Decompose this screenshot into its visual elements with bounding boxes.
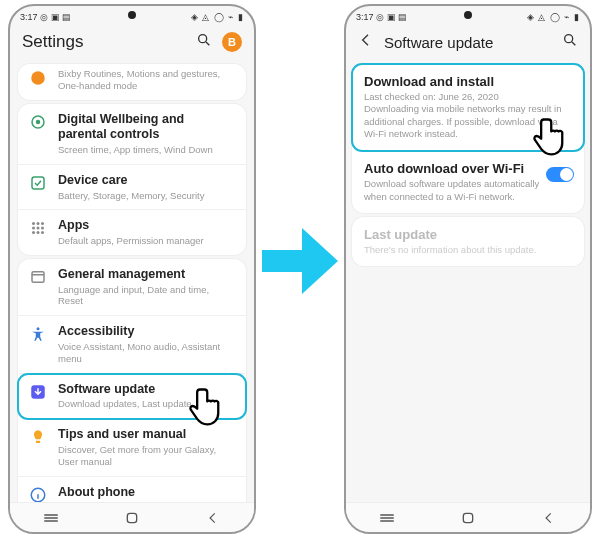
settings-row-general[interactable]: General management Language and input, D…	[18, 259, 246, 316]
auto-download-wifi-row[interactable]: Auto download over Wi-Fi Download softwa…	[352, 151, 584, 213]
settings-header: Settings B	[10, 28, 254, 60]
nav-recent-icon[interactable]	[378, 511, 396, 525]
row-title: Accessibility	[58, 324, 236, 340]
row-title: Digital Wellbeing and parental controls	[58, 112, 236, 143]
settings-row-tips[interactable]: Tips and user manual Discover, Get more …	[18, 419, 246, 476]
profile-avatar[interactable]: B	[222, 32, 242, 52]
row-subtitle: Default apps, Permission manager	[58, 235, 236, 247]
nav-bar	[346, 502, 590, 532]
svg-point-7	[37, 222, 40, 225]
svg-point-0	[199, 35, 207, 43]
download-install-row[interactable]: Download and install Last checked on: Ju…	[352, 64, 584, 151]
svg-rect-15	[32, 272, 44, 283]
svg-point-12	[32, 231, 35, 234]
svg-point-17	[37, 328, 40, 331]
svg-rect-19	[36, 441, 41, 443]
row-subtitle: Language and input, Date and time, Reset	[58, 284, 236, 308]
nav-bar	[10, 502, 254, 532]
svg-line-1	[206, 42, 209, 45]
nav-home-icon[interactable]	[123, 511, 141, 525]
settings-list: Bixby Routines, Motions and gestures, On…	[10, 64, 254, 521]
camera-cutout	[128, 11, 136, 19]
settings-row-wellbeing[interactable]: Digital Wellbeing and parental controls …	[18, 104, 246, 165]
status-time: 3:17	[20, 12, 38, 22]
search-icon[interactable]	[196, 32, 212, 52]
bixby-icon	[29, 69, 47, 91]
svg-point-6	[32, 222, 35, 225]
row-title: Device care	[58, 173, 236, 189]
svg-point-27	[565, 35, 573, 43]
tips-icon	[29, 428, 47, 450]
nav-back-icon[interactable]	[204, 511, 222, 525]
row-subtitle: Battery, Storage, Memory, Security	[58, 190, 236, 202]
row-subtitle: Download updates, Last update	[58, 398, 236, 410]
svg-point-2	[31, 71, 45, 85]
status-right-icons: ◈ ◬ ◯ ⌁ ▮	[191, 12, 244, 22]
row-subtitle: Last checked on: June 26, 2020 Downloadi…	[364, 91, 572, 140]
back-icon[interactable]	[358, 32, 374, 52]
status-left-icons: ◎ ▣ ▤	[40, 12, 71, 22]
transition-arrow-icon	[262, 228, 338, 294]
row-title: About phone	[58, 485, 236, 501]
row-title: General management	[58, 267, 236, 283]
status-right-icons: ◈ ◬ ◯ ⌁ ▮	[527, 12, 580, 22]
svg-point-13	[37, 231, 40, 234]
search-icon[interactable]	[562, 32, 578, 52]
device-care-icon	[29, 174, 47, 196]
row-title: Last update	[364, 227, 572, 242]
row-subtitle: Voice Assistant, Mono audio, Assistant m…	[58, 341, 236, 365]
svg-rect-26	[127, 513, 136, 522]
settings-row-devicecare[interactable]: Device care Battery, Storage, Memory, Se…	[18, 165, 246, 211]
svg-line-28	[572, 42, 575, 45]
svg-point-11	[41, 227, 44, 230]
status-left-icons: ◎ ▣ ▤	[376, 12, 407, 22]
apps-icon	[29, 219, 47, 241]
svg-point-4	[36, 120, 41, 125]
svg-point-14	[41, 231, 44, 234]
nav-home-icon[interactable]	[459, 511, 477, 525]
svg-point-10	[37, 227, 40, 230]
row-title: Download and install	[364, 74, 572, 89]
right-phone-frame: 3:17 ◎ ▣ ▤ ◈ ◬ ◯ ⌁ ▮ Software update Dow…	[344, 4, 592, 534]
row-subtitle: Screen time, App timers, Wind Down	[58, 144, 236, 156]
left-phone-frame: 3:17 ◎ ▣ ▤ ◈ ◬ ◯ ⌁ ▮ Settings B Bixby Ro…	[8, 4, 256, 534]
nav-back-icon[interactable]	[540, 511, 558, 525]
row-title: Tips and user manual	[58, 427, 236, 443]
settings-row-accessibility[interactable]: Accessibility Voice Assistant, Mono audi…	[18, 316, 246, 373]
software-update-header: Software update	[346, 28, 590, 60]
settings-row-apps[interactable]: Apps Default apps, Permission manager	[18, 210, 246, 255]
wifi-toggle[interactable]	[546, 167, 574, 182]
last-update-row: Last update There's no information about…	[352, 217, 584, 266]
page-title: Software update	[384, 34, 493, 51]
page-title: Settings	[22, 32, 83, 52]
row-title: Apps	[58, 218, 236, 234]
settings-row-bixby[interactable]: Bixby Routines, Motions and gestures, On…	[18, 64, 246, 100]
status-time: 3:17	[356, 12, 374, 22]
settings-row-software-update[interactable]: Software update Download updates, Last u…	[18, 374, 246, 420]
general-icon	[29, 268, 47, 290]
row-subtitle: Download software updates automatically …	[364, 178, 572, 203]
row-title: Software update	[58, 382, 236, 398]
svg-point-9	[32, 227, 35, 230]
row-title: Bixby Routines, Motions and gestures, On…	[58, 68, 236, 92]
svg-rect-32	[463, 513, 472, 522]
row-subtitle: There's no information about this update…	[364, 244, 572, 256]
software-update-icon	[29, 383, 47, 405]
wellbeing-icon	[29, 113, 47, 135]
svg-point-8	[41, 222, 44, 225]
camera-cutout	[464, 11, 472, 19]
svg-rect-5	[32, 177, 44, 189]
row-title: Auto download over Wi-Fi	[364, 161, 572, 176]
row-subtitle: Discover, Get more from your Galaxy, Use…	[58, 444, 236, 468]
accessibility-icon	[29, 325, 47, 347]
nav-recent-icon[interactable]	[42, 511, 60, 525]
